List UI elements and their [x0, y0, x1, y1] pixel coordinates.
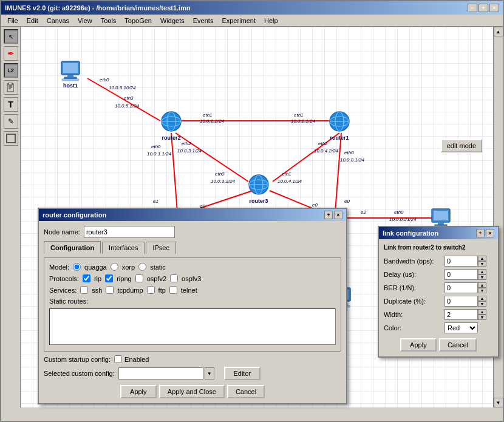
node-name-row: Node name:	[44, 226, 341, 238]
width-input[interactable]	[444, 309, 478, 320]
config-dropdown-btn[interactable]: ▼	[205, 367, 214, 379]
draw-tool[interactable]: ✒	[4, 46, 18, 61]
menu-canvas[interactable]: Canvas	[43, 16, 73, 25]
clipboard-tool[interactable]	[4, 80, 18, 95]
tab-content-configuration: Model: quagga xorp static Protocols:	[44, 257, 341, 352]
link-config-plus-button[interactable]: +	[476, 229, 485, 237]
bandwidth-input-group: ▲ ▼	[444, 256, 486, 267]
pencil-tool[interactable]: ✎	[4, 114, 18, 129]
width-up[interactable]: ▲	[478, 309, 486, 315]
duplicate-input[interactable]	[444, 296, 478, 307]
selected-config-input[interactable]	[118, 367, 203, 379]
host1-label: host1	[58, 83, 83, 89]
close-button[interactable]: ×	[489, 4, 499, 12]
link-config-body: Link from router2 to switch2 Bandwidth (…	[379, 239, 498, 356]
title-bar: IMUNES v2.0 (git: a92296e) - /home/brian…	[1, 1, 503, 15]
svg-text:10.0.5.1/24: 10.0.5.1/24	[115, 103, 140, 109]
static-routes-textarea[interactable]	[49, 308, 336, 345]
scroll-down-button[interactable]: ▼	[494, 398, 503, 407]
svc-telnet-label: telnet	[181, 287, 197, 294]
svg-line-16	[175, 133, 248, 182]
svc-ssh-checkbox[interactable]	[80, 286, 88, 294]
menu-topogen[interactable]: TopoGen	[121, 16, 155, 25]
proto-ospfv3-checkbox[interactable]	[170, 274, 178, 282]
menu-events[interactable]: Events	[189, 16, 217, 25]
svg-rect-53	[64, 77, 77, 79]
menu-file[interactable]: File	[4, 16, 22, 25]
link-apply-button[interactable]: Apply	[400, 338, 437, 352]
select-tool[interactable]: ↖	[4, 29, 18, 44]
editor-button[interactable]: Editor	[224, 367, 261, 380]
bandwidth-down[interactable]: ▼	[478, 261, 486, 267]
menu-experiment[interactable]: Experiment	[218, 16, 259, 25]
bandwidth-input[interactable]	[444, 256, 478, 267]
node-router3[interactable]: router3	[247, 174, 271, 204]
duplicate-up[interactable]: ▲	[478, 296, 486, 301]
bandwidth-up[interactable]: ▲	[478, 256, 486, 261]
tab-ipsec[interactable]: IPsec	[146, 242, 176, 254]
router-apply-button[interactable]: Apply	[120, 385, 157, 398]
router-config-plus-button[interactable]: +	[324, 211, 333, 219]
duplicate-row: Duplicate (%): ▲ ▼	[384, 296, 493, 307]
svg-text:eth2: eth2	[318, 141, 328, 146]
svc-tcpdump-checkbox[interactable]	[106, 286, 114, 294]
link-cancel-button[interactable]: Cancel	[439, 338, 477, 352]
svg-rect-51	[63, 63, 78, 73]
ber-up[interactable]: ▲	[478, 282, 486, 288]
router-apply-close-button[interactable]: Apply and Close	[159, 385, 225, 398]
svg-text:10.0.5.10/24: 10.0.5.10/24	[109, 85, 136, 90]
svc-ftp-checkbox[interactable]	[147, 286, 155, 294]
model-xorp-radio[interactable]	[111, 263, 118, 271]
scroll-up-button[interactable]: ▲	[494, 27, 503, 36]
node-name-input[interactable]	[84, 226, 175, 238]
svg-rect-89	[434, 211, 448, 220]
node-router1[interactable]: router1	[327, 111, 352, 141]
node-router2[interactable]: router2	[159, 111, 183, 141]
svc-ftp-label: ftp	[158, 287, 166, 294]
text-tool[interactable]: T	[4, 97, 18, 112]
enabled-checkbox[interactable]	[114, 355, 122, 363]
edit-mode-button[interactable]: edit mode	[441, 139, 482, 152]
router-config-title-label: router configuration	[43, 211, 106, 219]
menu-help[interactable]: Help	[261, 16, 282, 25]
router-config-close-button[interactable]: ×	[334, 211, 342, 219]
maximize-button[interactable]: +	[478, 4, 488, 12]
selected-config-row: Selected custom config: ▼ Editor	[44, 367, 341, 380]
link-config-close-button[interactable]: ×	[486, 229, 494, 237]
proto-rip-checkbox[interactable]	[83, 274, 90, 282]
menu-tools[interactable]: Tools	[97, 16, 120, 25]
ber-input[interactable]	[444, 282, 478, 293]
minimize-button[interactable]: −	[468, 4, 477, 12]
width-input-group: ▲ ▼	[444, 309, 486, 320]
router1-label: router1	[327, 135, 352, 141]
width-down[interactable]: ▼	[478, 315, 486, 320]
menu-view[interactable]: View	[74, 16, 96, 25]
router-cancel-button[interactable]: Cancel	[227, 385, 265, 398]
menu-edit[interactable]: Edit	[23, 16, 42, 25]
node-host1[interactable]: host1	[58, 60, 83, 89]
model-static-label: static	[150, 264, 166, 271]
svg-text:e1: e1	[153, 199, 158, 204]
link-config-dialog: link configuration + × Link from router2…	[378, 226, 499, 358]
proto-ospfv2-label: ospfv2	[147, 275, 166, 282]
delay-down[interactable]: ▼	[478, 274, 486, 280]
color-select[interactable]: Red Blue Green Black White	[444, 322, 478, 333]
tab-configuration[interactable]: Configuration	[44, 241, 101, 254]
svc-telnet-checkbox[interactable]	[169, 286, 177, 294]
l2-tool[interactable]: L2	[4, 63, 18, 78]
menu-widgets[interactable]: Widgets	[157, 16, 188, 25]
delay-up[interactable]: ▲	[478, 269, 486, 274]
proto-ripng-checkbox[interactable]	[105, 274, 113, 282]
model-quagga-radio[interactable]	[73, 263, 81, 271]
tab-interfaces[interactable]: Interfaces	[102, 242, 145, 254]
ber-down[interactable]: ▼	[478, 288, 486, 293]
duplicate-down[interactable]: ▼	[478, 301, 486, 307]
shape-tool[interactable]	[4, 131, 18, 146]
svg-text:e2: e2	[361, 209, 366, 215]
proto-ospfv2-checkbox[interactable]	[135, 274, 143, 282]
duplicate-label: Duplicate (%):	[384, 298, 444, 305]
model-static-radio[interactable]	[138, 263, 146, 271]
svc-tcpdump-label: tcpdump	[117, 287, 143, 294]
model-radio-group: quagga xorp static	[73, 263, 166, 271]
delay-input[interactable]	[444, 269, 478, 280]
